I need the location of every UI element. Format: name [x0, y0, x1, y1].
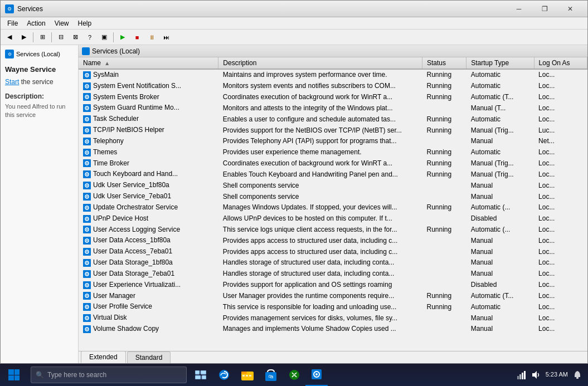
col-logon[interactable]: Log On As [534, 57, 587, 69]
table-row[interactable]: ThemesProvides user experience theme man… [79, 146, 587, 158]
table-row[interactable]: Time BrokerCoordinates execution of back… [79, 158, 587, 169]
svg-point-23 [86, 152, 88, 153]
cell-name: Udk User Service_1bf80a [79, 180, 218, 191]
table-row[interactable]: TCP/IP NetBIOS HelperProvides support fo… [79, 125, 587, 136]
description-text: You need Alfred to run this service [5, 102, 74, 120]
cell-startup: Manual (Trig... [466, 125, 534, 136]
taskbar-apps: 🛍 [189, 364, 305, 386]
cell-startup: Manual [466, 268, 534, 279]
left-panel-header: ⚙ Services (Local) [5, 50, 74, 58]
table-row[interactable]: TelephonyProvides Telephony API (TAPI) s… [79, 135, 587, 146]
services-table[interactable]: Name ▲ Description Status Startup Type L… [79, 57, 587, 351]
cell-status [422, 257, 466, 268]
cell-name: User Data Access_1bf80a [79, 235, 218, 246]
col-startup[interactable]: Startup Type [466, 57, 534, 69]
toolbar-start[interactable]: ▶ [116, 31, 129, 44]
table-row[interactable]: Udk User Service_1bf80aShell components … [79, 180, 587, 191]
cell-startup: Manual (Trig... [466, 169, 534, 180]
service-icon [83, 93, 91, 101]
table-row[interactable]: Udk User Service_7eba01Shell components … [79, 191, 587, 202]
table-row[interactable]: User Access Logging ServiceThis service … [79, 224, 587, 235]
tab-standard[interactable]: Standard [127, 351, 171, 363]
menu-view[interactable]: View [50, 18, 74, 28]
menu-help[interactable]: Help [74, 18, 96, 28]
svg-point-84 [289, 370, 299, 380]
table-row[interactable]: Update Orchestrator ServiceManages Windo… [79, 202, 587, 213]
network-icon [517, 370, 527, 379]
table-row[interactable]: Task SchedulerEnables a user to configur… [79, 114, 587, 125]
taskview-button[interactable] [189, 364, 212, 386]
table-row[interactable]: System Guard Runtime Mo...Monitors and a… [79, 102, 587, 114]
toolbar-show-hide[interactable]: ⊟ [54, 31, 67, 44]
svg-rect-75 [202, 375, 206, 379]
content-area: ⚙ Services (Local) Wayne Service Start t… [1, 45, 587, 363]
edge-button[interactable] [213, 364, 235, 386]
tab-extended[interactable]: Extended [81, 351, 126, 363]
svg-point-8 [86, 96, 88, 97]
cell-startup: Manual [466, 246, 534, 257]
col-name[interactable]: Name ▲ [79, 57, 218, 69]
service-icon [83, 281, 91, 289]
table-row[interactable]: User Experience Virtualizati...Provides … [79, 279, 587, 290]
cell-logon: Loc... [534, 246, 587, 257]
cell-status [422, 246, 466, 257]
menu-action[interactable]: Action [22, 18, 50, 28]
toolbar-stop[interactable]: ■ [130, 31, 144, 44]
table-row[interactable]: User Profile ServiceThis service is resp… [79, 301, 587, 312]
start-link[interactable]: Start [5, 78, 19, 86]
toolbar-pause[interactable]: ⏸ [145, 31, 158, 44]
toolbar-restart[interactable]: ⏭ [159, 31, 173, 44]
toolbar-forward[interactable]: ▶ [17, 31, 31, 44]
cell-status: Running [422, 169, 466, 180]
svg-rect-74 [195, 375, 201, 379]
restore-button[interactable]: ❐ [532, 1, 557, 17]
table-row[interactable]: Volume Shadow CopyManages and implements… [79, 324, 587, 335]
table-row[interactable]: User Data Storage_7eba01Handles storage … [79, 268, 587, 279]
cell-startup: Manual [466, 312, 534, 324]
store-button[interactable]: 🛍 [260, 364, 282, 386]
table-row[interactable]: User ManagerUser Manager provides the ru… [79, 290, 587, 301]
col-description[interactable]: Description [218, 57, 422, 69]
table-row[interactable]: SysMainMaintains and improves system per… [79, 69, 587, 80]
table-row[interactable]: UPnP Device HostAllows UPnP devices to b… [79, 213, 587, 224]
svg-rect-72 [195, 370, 200, 374]
table-row[interactable]: User Data Access_1bf80aProvides apps acc… [79, 235, 587, 246]
table-row[interactable]: Virtual DiskProvides management services… [79, 312, 587, 324]
cell-startup: Disabled [466, 279, 534, 290]
start-button[interactable] [0, 364, 28, 386]
cell-logon: Loc... [534, 268, 587, 279]
col-status[interactable]: Status [422, 57, 466, 69]
explorer-button[interactable] [236, 364, 259, 386]
svg-point-35 [86, 196, 88, 197]
cell-name: Virtual Disk [79, 312, 218, 324]
notification-icon[interactable] [572, 370, 582, 380]
taskbar-time: 5:23 AM [546, 370, 568, 379]
cell-name: Telephony [79, 135, 218, 146]
toolbar: ◀ ▶ ⊞ ⊟ ⊠ ? ▣ ▶ ■ ⏸ ⏭ [1, 30, 587, 45]
table-row[interactable]: Touch Keyboard and Hand...Enables Touch … [79, 169, 587, 180]
svg-point-56 [86, 273, 88, 275]
table-row[interactable]: User Data Storage_1bf80aHandles storage … [79, 257, 587, 268]
table-row[interactable]: User Data Access_7eba01Provides apps acc… [79, 246, 587, 257]
cell-startup: Automatic [466, 114, 534, 125]
menu-file[interactable]: File [3, 18, 22, 28]
svg-point-5 [86, 85, 88, 86]
close-button[interactable]: ✕ [557, 1, 583, 17]
toolbar-back[interactable]: ◀ [3, 31, 16, 44]
services-taskbar-btn[interactable] [305, 364, 328, 386]
toolbar-up[interactable]: ⊞ [36, 31, 49, 44]
svg-text:🛍: 🛍 [269, 374, 274, 379]
cell-name: Update Orchestrator Service [79, 202, 218, 213]
toolbar-properties[interactable]: ▣ [98, 31, 111, 44]
xbox-button[interactable] [283, 364, 305, 386]
toolbar-export[interactable]: ⊠ [69, 31, 82, 44]
table-row[interactable]: System Event Notification S...Monitors s… [79, 80, 587, 91]
cell-description: Enables Touch Keyboard and Handwriting P… [218, 169, 422, 180]
taskbar-search[interactable]: 🔍 Type here to search [31, 367, 187, 383]
cell-description: Provides user experience theme managemen… [218, 146, 422, 158]
table-row[interactable]: System Events BrokerCoordinates executio… [79, 91, 587, 102]
service-icon [83, 82, 91, 90]
minimize-button[interactable]: ─ [506, 1, 532, 17]
service-icon [83, 270, 91, 278]
toolbar-help[interactable]: ? [83, 31, 96, 44]
